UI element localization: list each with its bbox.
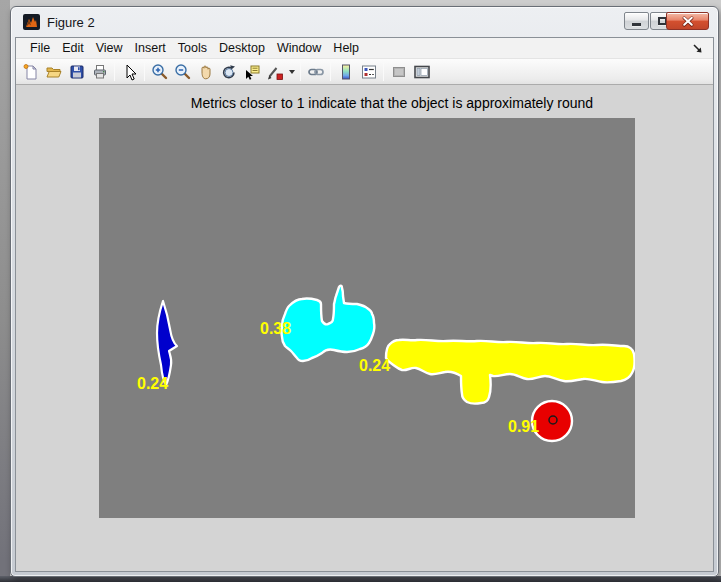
- hide-plot-tools-icon: [390, 63, 408, 81]
- rotate-3d-button[interactable]: [217, 61, 240, 83]
- dock-figure-button[interactable]: [689, 40, 705, 56]
- cyan-blob-shape: [282, 286, 375, 361]
- axes-title: Metrics closer to 1 indicate that the ob…: [124, 95, 660, 111]
- menu-file[interactable]: File: [24, 39, 56, 57]
- new-figure-button[interactable]: [19, 61, 42, 83]
- toolbar-separator: [114, 62, 115, 81]
- metric-label-red: 0.91: [508, 418, 539, 435]
- link-plot-button[interactable]: [304, 61, 327, 83]
- title-bar[interactable]: Figure 2: [11, 7, 718, 37]
- link-plot-icon: [307, 63, 325, 81]
- pan-icon: [197, 63, 215, 81]
- metric-label-cyan: 0.38: [260, 320, 291, 337]
- insert-legend-icon: [360, 63, 378, 81]
- rotate-3d-icon: [220, 63, 238, 81]
- print-figure-button[interactable]: [88, 61, 111, 83]
- background-left-strip: [0, 0, 10, 582]
- zoom-out-button[interactable]: [171, 61, 194, 83]
- zoom-out-icon: [174, 63, 192, 81]
- close-icon: [682, 16, 694, 27]
- toolbar-separator: [300, 62, 301, 81]
- brush-data-button[interactable]: [263, 61, 286, 83]
- new-figure-icon: [22, 63, 40, 81]
- save-figure-button[interactable]: [65, 61, 88, 83]
- segmentation-overlay: 0.24 0.38 0.24 0.91: [99, 118, 635, 518]
- data-cursor-icon: [243, 63, 261, 81]
- close-button[interactable]: [666, 12, 709, 30]
- toolbar-separator: [383, 62, 384, 81]
- menu-window[interactable]: Window: [271, 39, 327, 57]
- zoom-in-button[interactable]: [148, 61, 171, 83]
- print-figure-icon: [91, 63, 109, 81]
- toolbar-separator: [144, 62, 145, 81]
- menu-edit[interactable]: Edit: [56, 39, 90, 57]
- menu-bar: File Edit View Insert Tools Desktop Wind…: [16, 38, 713, 59]
- menu-help[interactable]: Help: [327, 39, 365, 57]
- window-title: Figure 2: [47, 15, 95, 30]
- menu-view[interactable]: View: [90, 39, 129, 57]
- save-figure-icon: [68, 63, 86, 81]
- figure-client-area: File Edit View Insert Tools Desktop Wind…: [15, 37, 714, 572]
- figure-window: Figure 2 File Edit View Insert Tools Des…: [10, 6, 719, 577]
- brush-dropdown-button[interactable]: [286, 61, 297, 83]
- hide-plot-tools-button[interactable]: [387, 61, 410, 83]
- menu-desktop[interactable]: Desktop: [213, 39, 271, 57]
- figure-toolbar: [16, 59, 713, 85]
- chevron-down-icon: [289, 70, 295, 74]
- data-cursor-button[interactable]: [240, 61, 263, 83]
- insert-colorbar-icon: [337, 63, 355, 81]
- dock-arrow-icon: [692, 43, 703, 54]
- show-plot-tools-button[interactable]: [410, 61, 433, 83]
- open-file-button[interactable]: [42, 61, 65, 83]
- segmented-image-canvas: 0.24 0.38 0.24 0.91: [99, 118, 635, 518]
- pan-button[interactable]: [194, 61, 217, 83]
- menu-tools[interactable]: Tools: [172, 39, 213, 57]
- toolbar-separator: [330, 62, 331, 81]
- matlab-logo-icon: [23, 14, 40, 30]
- insert-legend-button[interactable]: [357, 61, 380, 83]
- metric-label-blue: 0.24: [137, 375, 168, 392]
- pointer-icon: [121, 63, 139, 81]
- show-plot-tools-icon: [413, 63, 431, 81]
- menu-insert[interactable]: Insert: [129, 39, 172, 57]
- open-file-icon: [45, 63, 63, 81]
- minimize-button[interactable]: [624, 12, 649, 30]
- minimize-icon: [632, 23, 641, 26]
- yellow-bar-shape: [386, 340, 635, 404]
- blue-sliver-shape: [157, 301, 177, 385]
- insert-colorbar-button[interactable]: [334, 61, 357, 83]
- pointer-button[interactable]: [118, 61, 141, 83]
- metric-label-yellow: 0.24: [359, 357, 390, 374]
- brush-data-icon: [266, 63, 284, 81]
- zoom-in-icon: [151, 63, 169, 81]
